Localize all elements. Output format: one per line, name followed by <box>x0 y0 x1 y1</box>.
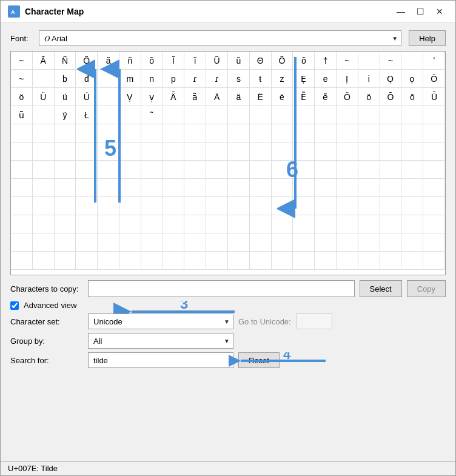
char-cell[interactable] <box>76 161 98 179</box>
char-cell[interactable] <box>272 252 293 270</box>
char-cell[interactable] <box>293 124 315 142</box>
minimize-button[interactable]: — <box>392 5 409 18</box>
char-cell[interactable] <box>250 197 272 215</box>
char-cell[interactable]: ~ <box>11 52 33 70</box>
char-cell[interactable] <box>272 179 293 197</box>
char-cell[interactable] <box>119 106 141 124</box>
char-cell[interactable]: Ọ <box>380 70 402 88</box>
char-cell[interactable] <box>380 124 402 142</box>
char-cell[interactable] <box>423 215 445 233</box>
char-cell[interactable] <box>401 179 423 197</box>
select-button[interactable]: Select <box>360 280 402 297</box>
char-cell[interactable] <box>380 197 402 215</box>
char-cell[interactable] <box>293 106 315 124</box>
char-cell[interactable] <box>401 142 423 161</box>
char-cell[interactable] <box>11 161 33 179</box>
char-cell[interactable] <box>401 106 423 124</box>
char-cell[interactable]: ~ <box>337 52 358 70</box>
char-cell[interactable] <box>98 88 119 106</box>
char-cell[interactable] <box>206 124 228 142</box>
char-cell[interactable] <box>206 215 228 233</box>
char-cell[interactable] <box>184 106 206 124</box>
char-cell[interactable]: n <box>141 70 163 88</box>
char-cell[interactable]: Ǖ <box>423 88 445 106</box>
char-cell[interactable] <box>184 252 206 270</box>
char-cell[interactable] <box>98 233 119 252</box>
char-cell[interactable] <box>315 252 337 270</box>
char-cell[interactable] <box>76 124 98 142</box>
char-cell[interactable] <box>163 142 185 161</box>
char-cell[interactable]: đ <box>76 70 98 88</box>
char-cell[interactable]: Θ <box>250 52 272 70</box>
char-cell[interactable] <box>250 124 272 142</box>
char-cell[interactable]: m <box>119 70 141 88</box>
char-cell[interactable] <box>98 161 119 179</box>
char-cell[interactable]: Ü <box>33 88 55 106</box>
char-cell[interactable] <box>119 215 141 233</box>
char-cell[interactable] <box>184 215 206 233</box>
char-cell[interactable]: õ <box>293 52 315 70</box>
char-cell[interactable] <box>228 215 250 233</box>
char-cell[interactable] <box>315 124 337 142</box>
char-cell[interactable] <box>11 142 33 161</box>
char-cell[interactable] <box>55 179 76 197</box>
char-cell[interactable] <box>380 142 402 161</box>
char-cell[interactable] <box>423 252 445 270</box>
char-cell[interactable] <box>315 142 337 161</box>
char-cell[interactable] <box>141 252 163 270</box>
char-cell[interactable] <box>76 197 98 215</box>
char-cell[interactable]: Ö <box>423 70 445 88</box>
char-cell[interactable]: ü <box>55 88 76 106</box>
char-cell[interactable] <box>184 142 206 161</box>
char-cell[interactable] <box>358 106 380 124</box>
char-cell[interactable] <box>33 252 55 270</box>
char-cell[interactable]: Õ <box>272 52 293 70</box>
help-button[interactable]: Help <box>409 30 446 46</box>
char-cell[interactable] <box>163 106 185 124</box>
char-cell[interactable] <box>293 252 315 270</box>
char-cell[interactable] <box>337 124 358 142</box>
char-cell[interactable] <box>163 252 185 270</box>
char-cell[interactable] <box>184 197 206 215</box>
char-cell[interactable]: Õ <box>76 52 98 70</box>
char-cell[interactable] <box>228 124 250 142</box>
char-cell[interactable] <box>401 252 423 270</box>
char-cell[interactable]: ũ <box>228 52 250 70</box>
char-cell[interactable] <box>380 233 402 252</box>
char-cell[interactable] <box>163 233 185 252</box>
char-cell[interactable] <box>293 179 315 197</box>
char-cell[interactable]: s <box>228 70 250 88</box>
char-cell[interactable] <box>228 252 250 270</box>
char-cell[interactable] <box>272 142 293 161</box>
char-cell[interactable] <box>293 142 315 161</box>
char-cell[interactable]: Ũ <box>206 52 228 70</box>
char-cell[interactable] <box>119 252 141 270</box>
char-cell[interactable] <box>423 179 445 197</box>
char-cell[interactable] <box>184 233 206 252</box>
char-cell[interactable] <box>11 215 33 233</box>
char-cell[interactable] <box>76 252 98 270</box>
char-cell[interactable]: ë <box>272 88 293 106</box>
char-cell[interactable] <box>272 197 293 215</box>
char-cell[interactable] <box>98 215 119 233</box>
char-cell[interactable] <box>423 142 445 161</box>
char-cell[interactable] <box>423 124 445 142</box>
char-cell[interactable] <box>206 252 228 270</box>
char-cell[interactable]: Ẹ <box>293 70 315 88</box>
char-cell[interactable] <box>272 233 293 252</box>
char-cell[interactable] <box>358 197 380 215</box>
char-cell[interactable] <box>228 197 250 215</box>
char-cell[interactable]: ã <box>98 52 119 70</box>
char-cell[interactable] <box>315 179 337 197</box>
char-cell[interactable] <box>228 142 250 161</box>
char-cell[interactable] <box>33 233 55 252</box>
char-cell[interactable] <box>250 179 272 197</box>
char-cell[interactable] <box>163 161 185 179</box>
char-cell[interactable] <box>272 215 293 233</box>
char-cell[interactable]: ɾ <box>206 70 228 88</box>
char-cell[interactable]: Ĩ <box>163 52 185 70</box>
char-cell[interactable]: ĩ <box>184 52 206 70</box>
maximize-button[interactable]: ☐ <box>412 5 429 18</box>
char-cell[interactable] <box>250 106 272 124</box>
char-cell[interactable] <box>163 215 185 233</box>
